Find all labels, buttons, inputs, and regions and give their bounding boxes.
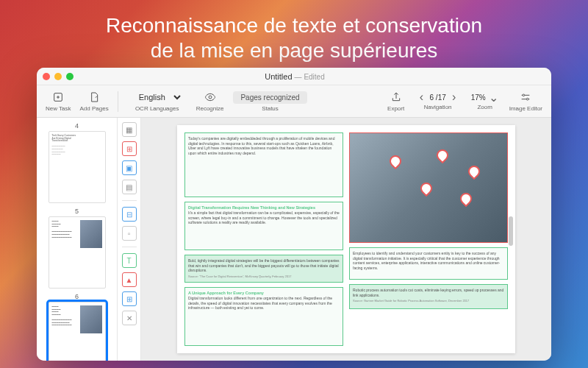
thumb-preview: Tech Savvy CustomersAre Driving DigitalT… (49, 132, 105, 159)
add-text-tool-icon[interactable]: T (122, 253, 137, 268)
window-title: Untitled — Edited (74, 72, 516, 81)
thumbnail-selected[interactable]: ▬▬▬▬▬▬▬▬▬▬▬▬▬▬▬▬▬▬▬▬▬▬▬▬▬▬▬▬▬▬▬▬▬▬▬▬▬▬▬▬ (49, 302, 106, 361)
thumb-number: 6 (75, 293, 79, 300)
svg-point-2 (523, 94, 525, 96)
map-pin-icon (468, 166, 478, 176)
layout-tool-icon[interactable]: ▦ (122, 122, 137, 137)
next-page-button[interactable]: › (449, 92, 459, 102)
thumb-number: 4 (75, 122, 79, 130)
share-icon (390, 91, 402, 104)
divider (118, 91, 118, 112)
minimize-icon[interactable] (54, 73, 62, 80)
document-icon (88, 91, 100, 104)
map-pin-icon (437, 149, 447, 160)
map-pin-icon (390, 155, 400, 166)
export-button[interactable]: Export (383, 88, 409, 116)
add-image-tool-icon[interactable]: ▲ (122, 272, 137, 287)
fullscreen-icon[interactable] (66, 73, 74, 80)
language-dropdown[interactable]: English (132, 91, 183, 104)
document-viewport[interactable]: Today's companies are digitally embedded… (141, 118, 551, 361)
thumb-number: 5 (75, 208, 79, 215)
text-zone[interactable]: Digital Transformation Requires New Thin… (184, 202, 343, 250)
ocr-language-select[interactable]: English OCR Languages (124, 88, 190, 116)
eye-icon (204, 91, 216, 104)
highlighted-text-zone[interactable]: Bold, tightly integrated digital strateg… (184, 255, 343, 283)
scrollbar[interactable] (509, 216, 513, 246)
add-pages-button[interactable]: Add Pages (77, 88, 112, 116)
zoom-group[interactable]: 17% ⌄ Zoom (467, 88, 503, 116)
divider (122, 247, 137, 247)
prev-page-button[interactable]: ‹ (417, 92, 427, 102)
grid-tool-icon[interactable]: ⊟ (122, 207, 137, 222)
map-pin-icon (420, 183, 431, 193)
page-left-column: Today's companies are digitally embedded… (184, 132, 343, 346)
highlighted-text-zone[interactable]: Robotic process automation tools cut cos… (349, 284, 508, 309)
image-zone[interactable] (349, 132, 508, 243)
text-zone[interactable]: Today's companies are digitally embedded… (184, 132, 343, 197)
svg-point-3 (527, 98, 529, 100)
svg-point-1 (209, 96, 212, 99)
image-editor-button[interactable]: Image Editor (506, 88, 545, 116)
app-window: Untitled — Edited New Task Add Pages Eng… (37, 68, 551, 361)
text-zone[interactable]: A Unique Approach for Every Company Digi… (184, 287, 343, 346)
content-area: 4 Tech Savvy CustomersAre Driving Digita… (37, 118, 551, 361)
tools-sidebar: ▦ ⊞ ▣ ▤ ⊟ ▫ T ▲ ⊞ ✕ (118, 118, 141, 361)
chevron-down-icon: ⌄ (489, 92, 499, 102)
image-zone-tool-icon[interactable]: ▣ (122, 160, 137, 175)
titlebar: Untitled — Edited (37, 68, 551, 85)
sliders-icon (520, 91, 531, 104)
document-page: Today's companies are digitally embedded… (177, 125, 515, 353)
text-zone[interactable]: Employees to identify and understand you… (349, 247, 508, 280)
new-task-button[interactable]: New Task (43, 88, 74, 116)
window-controls (43, 73, 74, 80)
thumbnail[interactable]: ▬▬▬▬▬▬▬▬▬▬▬▬▬▬▬▬▬▬▬▬▬▬▬▬▬▬▬▬▬▬▬▬▬▬▬▬ (49, 216, 106, 289)
thumbnail[interactable]: Tech Savvy CustomersAre Driving DigitalT… (49, 131, 106, 203)
table-zone-tool-icon[interactable]: ▤ (122, 180, 137, 194)
divider (122, 200, 137, 201)
status-display: Pages recognized Status (229, 88, 310, 116)
plus-square-icon (52, 91, 64, 104)
thumbnail-sidebar: 4 Tech Savvy CustomersAre Driving Digita… (37, 118, 118, 361)
hero-headline: Reconnaissance de texte et conservation … (0, 0, 588, 71)
text-zone-tool-icon[interactable]: ⊞ (122, 141, 137, 156)
background-tool-icon[interactable]: ▫ (122, 226, 137, 241)
navigation-group: ‹ 6 /17 › Navigation (412, 88, 464, 116)
toolbar: New Task Add Pages English OCR Languages… (37, 85, 551, 118)
recognize-button[interactable]: Recognize (193, 88, 227, 116)
map-pin-icon (460, 193, 470, 203)
add-table-tool-icon[interactable]: ⊞ (122, 291, 137, 306)
close-icon[interactable] (43, 73, 50, 80)
delete-tool-icon[interactable]: ✕ (122, 311, 137, 325)
page-right-column: Employees to identify and understand you… (349, 132, 508, 346)
page-indicator: 6 /17 (430, 93, 446, 102)
